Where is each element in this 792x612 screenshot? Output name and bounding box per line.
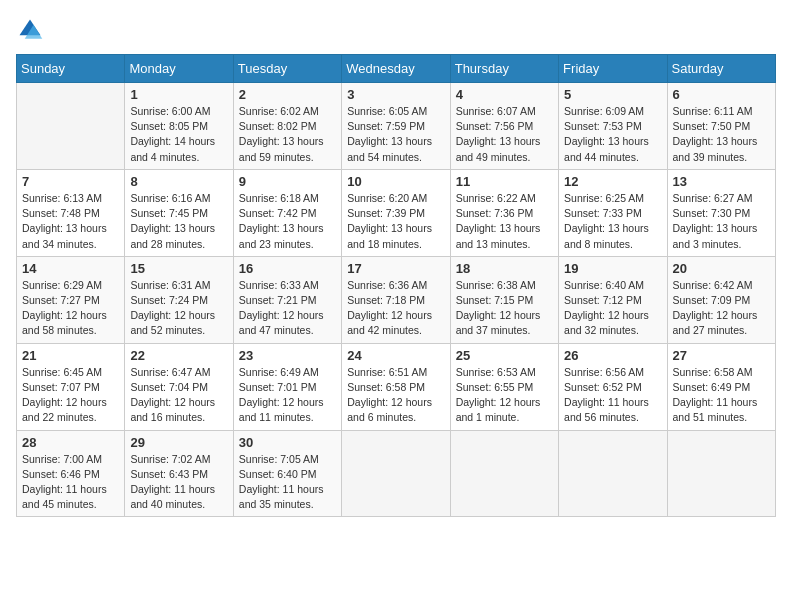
- logo: [16, 16, 48, 44]
- calendar-cell: 6Sunrise: 6:11 AM Sunset: 7:50 PM Daylig…: [667, 83, 775, 170]
- day-info: Sunrise: 6:51 AM Sunset: 6:58 PM Dayligh…: [347, 365, 444, 426]
- calendar-header: SundayMondayTuesdayWednesdayThursdayFrid…: [17, 55, 776, 83]
- day-info: Sunrise: 6:31 AM Sunset: 7:24 PM Dayligh…: [130, 278, 227, 339]
- day-number: 22: [130, 348, 227, 363]
- day-info: Sunrise: 7:05 AM Sunset: 6:40 PM Dayligh…: [239, 452, 336, 513]
- calendar-cell: 24Sunrise: 6:51 AM Sunset: 6:58 PM Dayli…: [342, 343, 450, 430]
- day-number: 17: [347, 261, 444, 276]
- day-number: 13: [673, 174, 770, 189]
- calendar-table: SundayMondayTuesdayWednesdayThursdayFrid…: [16, 54, 776, 517]
- day-info: Sunrise: 6:49 AM Sunset: 7:01 PM Dayligh…: [239, 365, 336, 426]
- column-header-sunday: Sunday: [17, 55, 125, 83]
- day-number: 16: [239, 261, 336, 276]
- column-header-friday: Friday: [559, 55, 667, 83]
- calendar-cell: 1Sunrise: 6:00 AM Sunset: 8:05 PM Daylig…: [125, 83, 233, 170]
- day-info: Sunrise: 6:53 AM Sunset: 6:55 PM Dayligh…: [456, 365, 553, 426]
- calendar-cell: [342, 430, 450, 517]
- day-number: 2: [239, 87, 336, 102]
- logo-icon: [16, 16, 44, 44]
- day-number: 21: [22, 348, 119, 363]
- day-number: 9: [239, 174, 336, 189]
- week-row-4: 21Sunrise: 6:45 AM Sunset: 7:07 PM Dayli…: [17, 343, 776, 430]
- calendar-cell: 16Sunrise: 6:33 AM Sunset: 7:21 PM Dayli…: [233, 256, 341, 343]
- day-number: 10: [347, 174, 444, 189]
- day-info: Sunrise: 6:07 AM Sunset: 7:56 PM Dayligh…: [456, 104, 553, 165]
- day-info: Sunrise: 6:45 AM Sunset: 7:07 PM Dayligh…: [22, 365, 119, 426]
- day-number: 15: [130, 261, 227, 276]
- day-number: 27: [673, 348, 770, 363]
- day-info: Sunrise: 6:40 AM Sunset: 7:12 PM Dayligh…: [564, 278, 661, 339]
- calendar-cell: 23Sunrise: 6:49 AM Sunset: 7:01 PM Dayli…: [233, 343, 341, 430]
- day-number: 25: [456, 348, 553, 363]
- day-info: Sunrise: 6:00 AM Sunset: 8:05 PM Dayligh…: [130, 104, 227, 165]
- day-info: Sunrise: 6:02 AM Sunset: 8:02 PM Dayligh…: [239, 104, 336, 165]
- calendar-cell: 19Sunrise: 6:40 AM Sunset: 7:12 PM Dayli…: [559, 256, 667, 343]
- day-info: Sunrise: 6:56 AM Sunset: 6:52 PM Dayligh…: [564, 365, 661, 426]
- day-number: 29: [130, 435, 227, 450]
- day-info: Sunrise: 6:58 AM Sunset: 6:49 PM Dayligh…: [673, 365, 770, 426]
- day-info: Sunrise: 6:20 AM Sunset: 7:39 PM Dayligh…: [347, 191, 444, 252]
- calendar-cell: 20Sunrise: 6:42 AM Sunset: 7:09 PM Dayli…: [667, 256, 775, 343]
- day-info: Sunrise: 6:18 AM Sunset: 7:42 PM Dayligh…: [239, 191, 336, 252]
- calendar-cell: 15Sunrise: 6:31 AM Sunset: 7:24 PM Dayli…: [125, 256, 233, 343]
- day-number: 28: [22, 435, 119, 450]
- calendar-cell: 9Sunrise: 6:18 AM Sunset: 7:42 PM Daylig…: [233, 169, 341, 256]
- day-number: 8: [130, 174, 227, 189]
- day-info: Sunrise: 6:36 AM Sunset: 7:18 PM Dayligh…: [347, 278, 444, 339]
- calendar-cell: 28Sunrise: 7:00 AM Sunset: 6:46 PM Dayli…: [17, 430, 125, 517]
- calendar-cell: 27Sunrise: 6:58 AM Sunset: 6:49 PM Dayli…: [667, 343, 775, 430]
- calendar-cell: 8Sunrise: 6:16 AM Sunset: 7:45 PM Daylig…: [125, 169, 233, 256]
- day-info: Sunrise: 7:00 AM Sunset: 6:46 PM Dayligh…: [22, 452, 119, 513]
- day-info: Sunrise: 6:25 AM Sunset: 7:33 PM Dayligh…: [564, 191, 661, 252]
- calendar-cell: 17Sunrise: 6:36 AM Sunset: 7:18 PM Dayli…: [342, 256, 450, 343]
- day-number: 20: [673, 261, 770, 276]
- calendar-cell: 11Sunrise: 6:22 AM Sunset: 7:36 PM Dayli…: [450, 169, 558, 256]
- calendar-cell: 25Sunrise: 6:53 AM Sunset: 6:55 PM Dayli…: [450, 343, 558, 430]
- calendar-cell: 10Sunrise: 6:20 AM Sunset: 7:39 PM Dayli…: [342, 169, 450, 256]
- calendar-cell: 5Sunrise: 6:09 AM Sunset: 7:53 PM Daylig…: [559, 83, 667, 170]
- header-row: SundayMondayTuesdayWednesdayThursdayFrid…: [17, 55, 776, 83]
- day-number: 19: [564, 261, 661, 276]
- calendar-cell: [559, 430, 667, 517]
- day-number: 18: [456, 261, 553, 276]
- column-header-tuesday: Tuesday: [233, 55, 341, 83]
- day-info: Sunrise: 6:11 AM Sunset: 7:50 PM Dayligh…: [673, 104, 770, 165]
- day-number: 14: [22, 261, 119, 276]
- day-number: 5: [564, 87, 661, 102]
- day-info: Sunrise: 6:42 AM Sunset: 7:09 PM Dayligh…: [673, 278, 770, 339]
- day-info: Sunrise: 6:05 AM Sunset: 7:59 PM Dayligh…: [347, 104, 444, 165]
- calendar-cell: 22Sunrise: 6:47 AM Sunset: 7:04 PM Dayli…: [125, 343, 233, 430]
- day-number: 4: [456, 87, 553, 102]
- day-info: Sunrise: 6:38 AM Sunset: 7:15 PM Dayligh…: [456, 278, 553, 339]
- day-number: 24: [347, 348, 444, 363]
- calendar-cell: 13Sunrise: 6:27 AM Sunset: 7:30 PM Dayli…: [667, 169, 775, 256]
- day-number: 12: [564, 174, 661, 189]
- calendar-cell: 21Sunrise: 6:45 AM Sunset: 7:07 PM Dayli…: [17, 343, 125, 430]
- day-number: 11: [456, 174, 553, 189]
- day-number: 6: [673, 87, 770, 102]
- day-number: 1: [130, 87, 227, 102]
- day-info: Sunrise: 7:02 AM Sunset: 6:43 PM Dayligh…: [130, 452, 227, 513]
- calendar-cell: 3Sunrise: 6:05 AM Sunset: 7:59 PM Daylig…: [342, 83, 450, 170]
- week-row-2: 7Sunrise: 6:13 AM Sunset: 7:48 PM Daylig…: [17, 169, 776, 256]
- week-row-3: 14Sunrise: 6:29 AM Sunset: 7:27 PM Dayli…: [17, 256, 776, 343]
- day-info: Sunrise: 6:22 AM Sunset: 7:36 PM Dayligh…: [456, 191, 553, 252]
- day-info: Sunrise: 6:27 AM Sunset: 7:30 PM Dayligh…: [673, 191, 770, 252]
- calendar-cell: 26Sunrise: 6:56 AM Sunset: 6:52 PM Dayli…: [559, 343, 667, 430]
- day-info: Sunrise: 6:13 AM Sunset: 7:48 PM Dayligh…: [22, 191, 119, 252]
- day-number: 23: [239, 348, 336, 363]
- day-info: Sunrise: 6:09 AM Sunset: 7:53 PM Dayligh…: [564, 104, 661, 165]
- calendar-cell: 12Sunrise: 6:25 AM Sunset: 7:33 PM Dayli…: [559, 169, 667, 256]
- calendar-cell: 4Sunrise: 6:07 AM Sunset: 7:56 PM Daylig…: [450, 83, 558, 170]
- day-info: Sunrise: 6:29 AM Sunset: 7:27 PM Dayligh…: [22, 278, 119, 339]
- calendar-cell: 29Sunrise: 7:02 AM Sunset: 6:43 PM Dayli…: [125, 430, 233, 517]
- column-header-thursday: Thursday: [450, 55, 558, 83]
- calendar-cell: 7Sunrise: 6:13 AM Sunset: 7:48 PM Daylig…: [17, 169, 125, 256]
- column-header-wednesday: Wednesday: [342, 55, 450, 83]
- calendar-cell: 18Sunrise: 6:38 AM Sunset: 7:15 PM Dayli…: [450, 256, 558, 343]
- column-header-monday: Monday: [125, 55, 233, 83]
- day-info: Sunrise: 6:47 AM Sunset: 7:04 PM Dayligh…: [130, 365, 227, 426]
- page-header: [16, 16, 776, 44]
- day-info: Sunrise: 6:33 AM Sunset: 7:21 PM Dayligh…: [239, 278, 336, 339]
- calendar-cell: [667, 430, 775, 517]
